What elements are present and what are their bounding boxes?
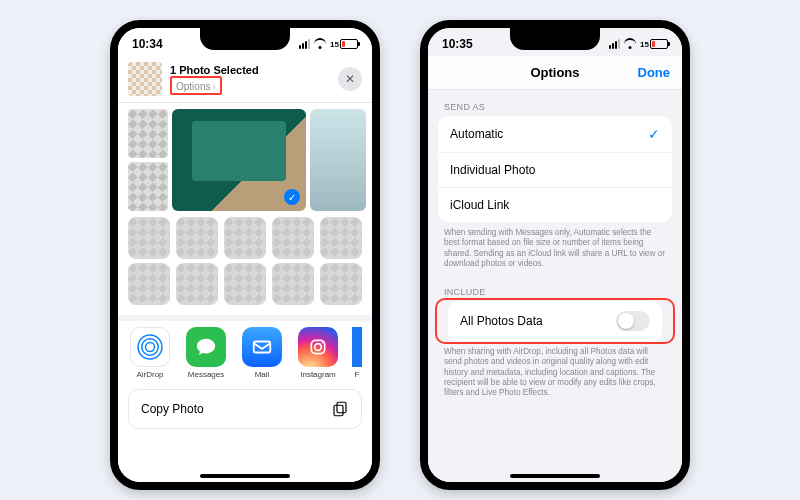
battery-indicator: 15 (330, 39, 358, 49)
close-icon: ✕ (345, 72, 355, 86)
svg-rect-3 (254, 342, 271, 353)
share-sheet-header: 1 Photo Selected Options › ✕ (118, 56, 372, 103)
options-button[interactable]: Options › (176, 81, 216, 92)
instagram-icon (298, 327, 338, 367)
include-footer-note: When sharing with AirDrop, including all… (428, 341, 682, 404)
share-app-airdrop[interactable]: AirDrop (128, 327, 172, 379)
contact-suggestion[interactable] (176, 263, 218, 305)
home-indicator[interactable] (200, 474, 290, 478)
share-apps-row[interactable]: AirDrop Messages Mail Instagram (118, 321, 372, 385)
phone-right-options: 10:35 15 Options Done SEND AS Automatic … (420, 20, 690, 490)
include-list: All Photos Data (448, 301, 662, 341)
row-label: All Photos Data (460, 314, 543, 328)
send-as-automatic[interactable]: Automatic ✓ (438, 116, 672, 152)
share-app-messages[interactable]: Messages (184, 327, 228, 379)
send-as-individual-photo[interactable]: Individual Photo (438, 152, 672, 187)
row-label: Automatic (450, 127, 503, 141)
send-as-section-header: SEND AS (428, 90, 682, 116)
status-time: 10:34 (132, 37, 163, 51)
header-thumbnail (128, 62, 162, 96)
close-button[interactable]: ✕ (338, 67, 362, 91)
iphone-notch (510, 28, 600, 50)
share-app-instagram[interactable]: Instagram (296, 327, 340, 379)
svg-point-6 (321, 342, 323, 344)
options-button-label: Options (176, 81, 210, 92)
selected-check-icon: ✓ (284, 189, 300, 205)
contact-suggestion[interactable] (320, 263, 362, 305)
status-time: 10:35 (442, 37, 473, 51)
app-label: AirDrop (136, 370, 163, 379)
contact-suggestion[interactable] (272, 263, 314, 305)
svg-point-1 (142, 339, 159, 356)
cellular-icon (299, 39, 310, 49)
svg-point-5 (315, 344, 322, 351)
nav-bar: Options Done (428, 56, 682, 90)
copy-photo-label: Copy Photo (141, 402, 204, 416)
nav-title: Options (530, 65, 579, 80)
contact-suggestion[interactable] (176, 217, 218, 259)
send-as-footer-note: When sending with Messages only, Automat… (428, 222, 682, 275)
photo-thumb[interactable] (128, 162, 168, 211)
app-label: Instagram (300, 370, 336, 379)
all-photos-data-toggle[interactable] (616, 311, 650, 331)
photo-carousel[interactable]: ✓ (118, 103, 372, 213)
tutorial-highlight-options: Options › (170, 76, 222, 95)
mail-icon (242, 327, 282, 367)
cellular-icon (609, 39, 620, 49)
send-as-list: Automatic ✓ Individual Photo iCloud Link (438, 116, 672, 222)
all-photos-data-row[interactable]: All Photos Data (448, 301, 662, 341)
contact-suggestion[interactable] (272, 217, 314, 259)
share-app-mail[interactable]: Mail (240, 327, 284, 379)
contact-suggestion[interactable] (128, 263, 170, 305)
done-button[interactable]: Done (638, 65, 671, 80)
contact-suggestion[interactable] (128, 217, 170, 259)
app-label: Messages (188, 370, 224, 379)
row-label: iCloud Link (450, 198, 509, 212)
facebook-icon (352, 327, 362, 367)
svg-rect-7 (337, 402, 346, 413)
battery-indicator: 15 (640, 39, 668, 49)
app-label: F (355, 370, 360, 379)
wifi-icon (624, 39, 636, 49)
airdrop-icon (130, 327, 170, 367)
iphone-notch (200, 28, 290, 50)
wifi-icon (314, 39, 326, 49)
svg-rect-8 (334, 405, 343, 416)
home-indicator[interactable] (510, 474, 600, 478)
row-label: Individual Photo (450, 163, 535, 177)
share-app-more[interactable]: F (352, 327, 362, 379)
contacts-suggestions-row (118, 213, 372, 263)
app-label: Mail (255, 370, 270, 379)
send-as-icloud-link[interactable]: iCloud Link (438, 187, 672, 222)
photo-thumb[interactable] (310, 109, 366, 211)
messages-icon (186, 327, 226, 367)
copy-photo-action[interactable]: Copy Photo (128, 389, 362, 429)
svg-point-0 (146, 343, 155, 352)
photo-thumb[interactable] (128, 109, 168, 158)
include-section-header: INCLUDE (428, 275, 682, 301)
contact-suggestion[interactable] (224, 263, 266, 305)
selection-count-label: 1 Photo Selected (170, 64, 259, 76)
contact-suggestion[interactable] (320, 217, 362, 259)
copy-icon (331, 400, 349, 418)
contact-suggestion[interactable] (224, 217, 266, 259)
chevron-right-icon: › (212, 81, 215, 92)
checkmark-icon: ✓ (648, 126, 660, 142)
selected-photo[interactable]: ✓ (172, 109, 306, 211)
phone-left-share-sheet: 10:34 15 1 Photo Selected Options › (110, 20, 380, 490)
